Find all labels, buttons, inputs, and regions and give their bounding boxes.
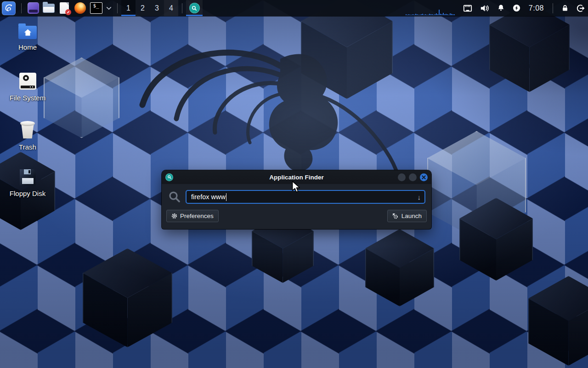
workspace-4[interactable]: 4 — [164, 0, 178, 16]
cube-face — [365, 229, 434, 306]
ethernet-icon — [463, 4, 473, 13]
network-tray-button[interactable] — [463, 0, 473, 16]
cube-face — [83, 248, 172, 347]
document-icon — [60, 2, 69, 14]
desktop-icon-label: Trash — [19, 143, 36, 151]
workspace-2[interactable]: 2 — [136, 0, 150, 16]
cube-face — [83, 248, 172, 347]
status-tray: 7:08 — [463, 0, 585, 16]
desktop-icon-label: Floppy Disk — [10, 190, 45, 197]
workspace-number: 4 — [169, 4, 173, 12]
applications-menu-button[interactable] — [0, 0, 17, 16]
cube-face — [459, 198, 533, 281]
window-title: Application Finder — [162, 174, 431, 181]
desktop-icon-file-system[interactable]: File System — [4, 73, 51, 102]
preferences-button[interactable]: Preferences — [166, 210, 219, 222]
power-manager-tray-button[interactable] — [512, 0, 521, 16]
preferences-label: Preferences — [180, 213, 214, 219]
notifications-tray-button[interactable] — [497, 0, 505, 16]
screen: { "colors": { "accent_blue": "#2d72d2", … — [0, 0, 588, 368]
glass-cube — [427, 131, 526, 239]
desktop-icon-trash[interactable]: Trash — [4, 121, 51, 151]
cube-face — [365, 229, 434, 306]
floppy-disk-icon — [20, 169, 36, 185]
workspace-number: 1 — [126, 4, 130, 12]
clock-time: 7:08 — [529, 4, 544, 12]
dropdown-arrow-icon[interactable]: ↓ — [418, 193, 421, 201]
search-icon — [168, 190, 181, 204]
workspace-number: 2 — [141, 4, 145, 12]
search-input-value: firefox www — [191, 193, 226, 201]
pencil-badge-icon — [65, 9, 71, 15]
speaker-icon — [480, 4, 490, 13]
firefox-icon — [74, 2, 86, 14]
cube-face — [44, 58, 119, 138]
taskbar-application-finder[interactable] — [186, 0, 203, 16]
close-icon — [422, 175, 426, 179]
logout-icon — [576, 4, 585, 13]
volume-tray-button[interactable] — [480, 0, 490, 16]
glass-cube — [459, 198, 533, 281]
cube-face — [459, 198, 533, 281]
lock-icon — [561, 4, 569, 12]
gear-icon — [171, 213, 177, 219]
desktop-icon-label: Home — [18, 43, 37, 51]
panel-separator — [117, 3, 118, 13]
cube-face — [528, 276, 588, 366]
battery-bolt-icon — [512, 4, 521, 12]
home-folder-icon — [18, 26, 37, 39]
cube-face — [427, 131, 526, 239]
lock-screen-button[interactable] — [561, 0, 569, 16]
top-panel: $_ 1 2 3 4 — [0, 0, 588, 16]
workspace-switcher: 1 2 3 4 — [121, 0, 178, 16]
launch-label: Launch — [401, 213, 422, 219]
cube-face — [44, 58, 119, 138]
panel-separator — [182, 3, 182, 13]
kali-dragon-wallpaper-art — [129, 40, 423, 178]
workspace-number: 3 — [155, 4, 159, 12]
maximize-button[interactable] — [409, 173, 417, 181]
cube-face — [459, 198, 533, 281]
desktop-icon-floppy[interactable]: Floppy Disk — [4, 169, 51, 197]
cube-face — [528, 276, 588, 366]
button-row: Preferences Launch — [162, 204, 431, 222]
workspace-1[interactable]: 1 — [121, 0, 136, 16]
cube-face — [528, 276, 588, 366]
terminal-launcher[interactable] — [25, 0, 41, 16]
minimize-button[interactable] — [398, 173, 406, 181]
cube-face — [365, 229, 434, 306]
chevron-down-icon — [106, 6, 112, 10]
logout-button[interactable] — [576, 0, 585, 16]
close-button[interactable] — [420, 173, 428, 181]
glass-cube — [528, 276, 588, 366]
text-editor-launcher[interactable] — [57, 0, 72, 16]
panel-separator — [21, 3, 22, 13]
firefox-launcher[interactable] — [72, 0, 88, 16]
desktop-icon-label: File System — [10, 94, 45, 102]
glass-cube — [83, 248, 172, 347]
terminal-icon — [28, 2, 39, 14]
window-controls — [398, 173, 428, 181]
search-input[interactable]: firefox www ↓ — [186, 190, 425, 204]
panel-separator — [553, 3, 553, 13]
terminal-prompt-icon: $_ — [90, 2, 102, 14]
cube-face — [83, 248, 172, 347]
monitor-graph[interactable] — [406, 9, 460, 15]
clock[interactable]: 7:08 — [529, 0, 544, 16]
window-icon — [165, 173, 173, 181]
launch-icon — [392, 213, 399, 219]
app-finder-icon — [189, 3, 200, 13]
launch-button[interactable]: Launch — [387, 210, 427, 222]
launcher-dropdown-arrow[interactable] — [104, 0, 113, 16]
kali-dragon-icon — [2, 1, 16, 15]
bell-icon — [497, 4, 505, 12]
workspace-3[interactable]: 3 — [150, 0, 164, 16]
cube-face — [427, 131, 526, 239]
cube-face — [44, 58, 119, 138]
application-finder-window: Application Finder firefox www ↓ Prefere… — [162, 170, 431, 229]
terminal-dropdown-launcher[interactable]: $_ — [88, 0, 104, 16]
folder-icon — [43, 4, 55, 13]
desktop-icon-home[interactable]: Home — [4, 26, 51, 51]
glass-cube — [365, 229, 434, 306]
file-manager-launcher[interactable] — [41, 0, 57, 16]
